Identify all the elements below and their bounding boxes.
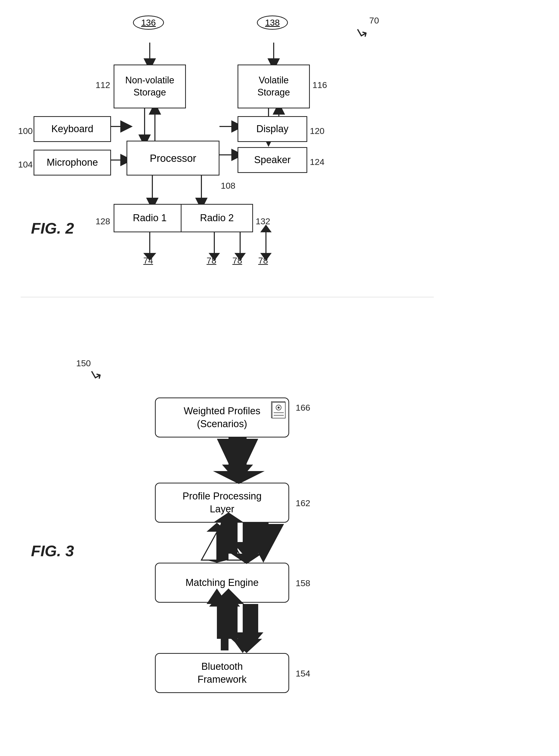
svg-rect-52 (217, 532, 227, 560)
ref-70: 70 (369, 16, 379, 26)
matching-engine-box: Matching Engine (155, 563, 289, 603)
diagram-container: ↳ 70 136 138 Non-volatile Storage 112 Vo… (0, 0, 559, 756)
svg-marker-56 (232, 639, 253, 653)
profile-icon (271, 402, 285, 418)
ref-128: 128 (95, 216, 110, 226)
radio1-label: Radio 1 (133, 212, 167, 224)
svg-rect-57 (217, 604, 227, 639)
svg-rect-66 (243, 604, 258, 639)
ref-100: 100 (18, 126, 33, 136)
matching-engine-label: Matching Engine (185, 576, 259, 589)
volatile-label: Volatile Storage (258, 74, 290, 98)
radio2-box: Radio 2 (181, 204, 253, 232)
svg-rect-48 (232, 437, 243, 470)
speaker-label: Speaker (254, 154, 291, 166)
ref-124: 124 (310, 157, 325, 167)
keyboard-box: Keyboard (33, 116, 111, 142)
weighted-profiles-label: Weighted Profiles (Scenarios) (184, 405, 260, 430)
ref-74-label: 74 (143, 255, 153, 265)
radio1-box: Radio 1 (114, 204, 186, 232)
radio2-label: Radio 2 (200, 212, 234, 224)
microphone-box: Microphone (33, 150, 111, 176)
speaker-box: Speaker (238, 147, 307, 173)
svg-rect-50 (258, 523, 269, 552)
ref-136-circle: 136 (133, 16, 164, 30)
keyboard-label: Keyboard (51, 122, 93, 135)
fig3-arrows (0, 0, 559, 756)
svg-rect-68 (222, 604, 238, 639)
nonvolatile-label: Non-volatile Storage (125, 74, 174, 98)
svg-marker-63 (231, 554, 262, 564)
ref-108: 108 (221, 181, 236, 191)
ref-112: 112 (95, 80, 110, 90)
ref-74: 74 (143, 255, 153, 266)
ref-78b-label: 78 (232, 255, 242, 265)
profile-processing-label: Profile Processing Layer (182, 490, 262, 516)
fig3-arrows-clean (0, 0, 559, 756)
ref-78c-label: 78 (258, 255, 268, 265)
ref-132: 132 (255, 216, 270, 226)
fig3-title: FIG. 3 (31, 542, 74, 560)
ref-116: 116 (312, 80, 327, 90)
svg-rect-60 (228, 437, 247, 471)
svg-marker-49 (243, 524, 284, 563)
ref-104: 104 (18, 160, 33, 169)
bluetooth-framework-box: Bluetooth Framework (155, 653, 289, 693)
divider (21, 297, 434, 297)
fig2-title: FIG. 2 (31, 220, 74, 237)
ref-78c: 78 (258, 255, 268, 266)
wavy-arrow-70: ↳ (353, 23, 372, 43)
ref-78b: 78 (232, 255, 242, 266)
svg-marker-35 (232, 542, 263, 560)
display-label: Display (256, 122, 289, 135)
profile-processing-box: Profile Processing Layer (155, 483, 289, 523)
svg-marker-33 (222, 465, 253, 483)
arrows-svg (0, 0, 559, 756)
svg-marker-54 (206, 523, 227, 532)
svg-marker-39 (232, 632, 263, 650)
svg-marker-53 (206, 560, 227, 563)
processor-label: Processor (150, 152, 196, 165)
svg-marker-51 (201, 523, 243, 560)
volatile-storage-box: Volatile Storage (238, 65, 310, 108)
ref-166: 166 (296, 403, 310, 413)
bluetooth-framework-label: Bluetooth Framework (198, 660, 247, 686)
processor-box: Processor (127, 141, 220, 176)
ref-150: 150 (76, 358, 91, 368)
nonvolatile-storage-box: Non-volatile Storage (114, 65, 186, 108)
ref-154: 154 (296, 668, 310, 679)
svg-rect-64 (222, 523, 238, 554)
ref-120: 120 (310, 126, 325, 136)
microphone-label: Microphone (47, 156, 98, 169)
weighted-profiles-box: Weighted Profiles (Scenarios) (155, 397, 289, 437)
svg-marker-67 (231, 639, 262, 653)
ref-138-label: 138 (265, 18, 280, 28)
svg-rect-55 (243, 604, 253, 639)
svg-marker-61 (213, 471, 265, 484)
ref-136-label: 136 (141, 18, 156, 28)
svg-rect-62 (243, 523, 258, 554)
svg-marker-47 (217, 439, 258, 483)
ref-78a: 78 (206, 255, 216, 266)
ref-158: 158 (296, 578, 310, 588)
svg-point-44 (277, 407, 280, 409)
display-box: Display (238, 116, 307, 142)
ref-162: 162 (296, 498, 310, 508)
ref-78a-label: 78 (206, 255, 216, 265)
ref-138-circle: 138 (257, 16, 288, 30)
